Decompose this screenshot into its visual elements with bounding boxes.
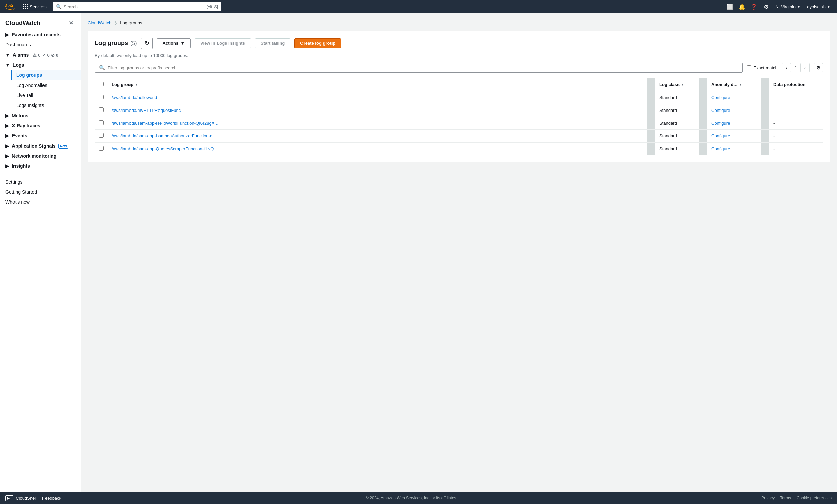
row-4-checkbox-cell[interactable] [95, 130, 108, 143]
actions-button[interactable]: Actions ▼ [157, 38, 191, 48]
row-1-checkbox-cell[interactable] [95, 91, 108, 104]
region-selector[interactable]: N. Virginia ▼ [773, 3, 803, 11]
row-4-checkbox[interactable] [99, 133, 104, 138]
row-2-configure-link[interactable]: Configure [711, 108, 730, 113]
sidebar-item-log-anomalies[interactable]: Log Anomalies [11, 80, 81, 90]
table-settings-button[interactable]: ⚙ [814, 63, 823, 72]
row-3-log-group-link[interactable]: /aws/lambda/sam-app-HelloWorldFunction-Q… [112, 120, 218, 126]
row-1-checkbox[interactable] [99, 95, 104, 99]
view-logs-insights-button[interactable]: View in Logs Insights [195, 38, 251, 48]
row-2-data-protection: - [769, 104, 823, 117]
chevron-right-icon: ▶ [5, 113, 9, 118]
bell-icon: 🔔 [738, 4, 745, 10]
row-2-checkbox[interactable] [99, 108, 104, 112]
sidebar-item-settings[interactable]: Settings [0, 177, 81, 187]
row-3-checkbox-cell[interactable] [95, 117, 108, 130]
th-log-group[interactable]: Log group ▼ [108, 78, 647, 91]
row-4-data-protection: - [769, 130, 823, 143]
row-3-checkbox[interactable] [99, 120, 104, 125]
row-5-configure-link[interactable]: Configure [711, 146, 730, 151]
global-search-input[interactable] [64, 4, 205, 10]
col-separator-2 [699, 78, 707, 91]
sidebar-item-alarms[interactable]: ▼ Alarms ⚠ 0 ✓ 0 ⊘ 0 [0, 50, 81, 60]
row-1-configure-link[interactable]: Configure [711, 95, 730, 100]
row-4-log-group-link[interactable]: /aws/lambda/sam-app-LambdaAuthorizerFunc… [112, 133, 217, 138]
card-subtitle: By default, we only load up to 10000 log… [95, 53, 823, 58]
services-label: Services [30, 4, 47, 10]
sidebar-item-insights[interactable]: ▶ Insights [0, 161, 81, 171]
sidebar-item-appsignals[interactable]: ▶ Application Signals New [0, 141, 81, 151]
row-1-log-group-link[interactable]: /aws/lambda/helloworld [112, 95, 157, 100]
filter-row: 🔍 Exact match ‹ 1 › ⚙ [95, 63, 823, 73]
cookie-preferences-link[interactable]: Cookie preferences [797, 496, 832, 500]
sidebar-item-xray[interactable]: ▶ X-Ray traces [0, 120, 81, 131]
filter-input-wrap[interactable]: 🔍 [95, 63, 743, 73]
refresh-button[interactable]: ↻ [141, 38, 153, 49]
th-select-all[interactable] [95, 78, 108, 91]
breadcrumb-parent-link[interactable]: CloudWatch [88, 20, 111, 25]
filter-input[interactable] [108, 66, 738, 70]
select-all-checkbox[interactable] [99, 81, 104, 86]
table-row: /aws/lambda/sam-app-LambdaAuthorizerFunc… [95, 130, 823, 143]
sidebar-close-button[interactable]: ✕ [67, 19, 75, 27]
sidebar-item-metrics[interactable]: ▶ Metrics [0, 111, 81, 120]
sidebar-item-network[interactable]: ▶ Network monitoring [0, 151, 81, 161]
col-separator-1 [647, 78, 655, 91]
global-search-bar[interactable]: 🔍 [Alt+S] [53, 2, 221, 12]
row-2-checkbox-cell[interactable] [95, 104, 108, 117]
sidebar-item-alarms-label: Alarms [13, 52, 29, 58]
region-chevron-icon: ▼ [797, 5, 800, 9]
create-log-group-label: Create log group [300, 41, 335, 46]
feedback-link[interactable]: Feedback [42, 496, 61, 501]
exact-match-label: Exact match [753, 66, 778, 70]
row-4-configure-link[interactable]: Configure [711, 133, 730, 138]
settings-icon-button[interactable]: ⚙ [761, 1, 771, 12]
log-groups-card: Log groups (5) ↻ Actions ▼ View in Logs … [88, 31, 830, 162]
privacy-link[interactable]: Privacy [762, 496, 774, 500]
help-icon-button[interactable]: ❓ [749, 1, 760, 12]
row-3-configure-link[interactable]: Configure [711, 120, 730, 126]
sidebar-item-appsignals-label: Application Signals [12, 143, 56, 149]
user-menu[interactable]: ayoisalah ▼ [804, 3, 833, 11]
alarm-insufficient-count: 0 [56, 53, 58, 58]
row-5-checkbox-cell[interactable] [95, 143, 108, 155]
sidebar-section-logs[interactable]: ▼ Logs [0, 60, 81, 70]
th-anomaly-detector[interactable]: Anomaly d... ▼ [707, 78, 761, 91]
sidebar-item-live-tail[interactable]: Live Tail [11, 90, 81, 100]
aws-logo[interactable] [4, 1, 15, 12]
start-tailing-button[interactable]: Start tailing [255, 38, 291, 48]
bottom-links: Privacy Terms Cookie preferences [762, 496, 832, 500]
sidebar-item-whats-new[interactable]: What's new [0, 197, 81, 207]
log-group-sort-icon: ▼ [135, 82, 138, 86]
th-log-class[interactable]: Log class ▼ [655, 78, 699, 91]
prev-page-button[interactable]: ‹ [782, 63, 791, 72]
logs-submenu: Log groups Log Anomalies Live Tail Logs … [0, 70, 81, 111]
terms-link[interactable]: Terms [780, 496, 791, 500]
create-log-group-button[interactable]: Create log group [295, 38, 341, 48]
log-groups-table-wrap: Log group ▼ Log class ▼ [95, 78, 823, 155]
row-1-log-group-cell: /aws/lambda/helloworld [108, 91, 647, 104]
row-5-checkbox[interactable] [99, 146, 104, 151]
services-menu-button[interactable]: Services [20, 3, 49, 11]
exact-match-checkbox[interactable] [747, 66, 751, 70]
sidebar-item-events[interactable]: ▶ Events [0, 131, 81, 141]
sidebar-item-getting-started[interactable]: Getting Started [0, 187, 81, 197]
table-row: /aws/lambda/sam-app-HelloWorldFunction-Q… [95, 117, 823, 130]
sidebar-item-log-groups[interactable]: Log groups [11, 70, 81, 80]
sidebar-item-log-anomalies-label: Log Anomalies [16, 82, 47, 88]
breadcrumb: CloudWatch ❯ Log groups [88, 20, 830, 25]
user-label: ayoisalah [807, 4, 825, 10]
breadcrumb-separator-icon: ❯ [114, 21, 117, 25]
sidebar-item-favorites[interactable]: ▶ Favorites and recents [0, 30, 81, 40]
start-tailing-label: Start tailing [261, 41, 285, 46]
row-1-log-class: Standard [655, 91, 699, 104]
row-2-log-group-link[interactable]: /aws/lambda/myHTTPRequestFunc [112, 108, 181, 113]
next-page-button[interactable]: › [800, 63, 810, 72]
terminal-icon-button[interactable]: ⬜ [724, 1, 735, 12]
sidebar-item-logs-insights[interactable]: Logs Insights [11, 100, 81, 111]
sidebar-item-dashboards[interactable]: Dashboards [0, 40, 81, 50]
sidebar-divider [0, 174, 81, 174]
cloudshell-button[interactable]: ▶_ CloudShell [5, 495, 37, 501]
bell-icon-button[interactable]: 🔔 [736, 1, 747, 12]
row-5-log-group-link[interactable]: /aws/lambda/sam-app-QuotesScraperFunctio… [112, 146, 217, 151]
